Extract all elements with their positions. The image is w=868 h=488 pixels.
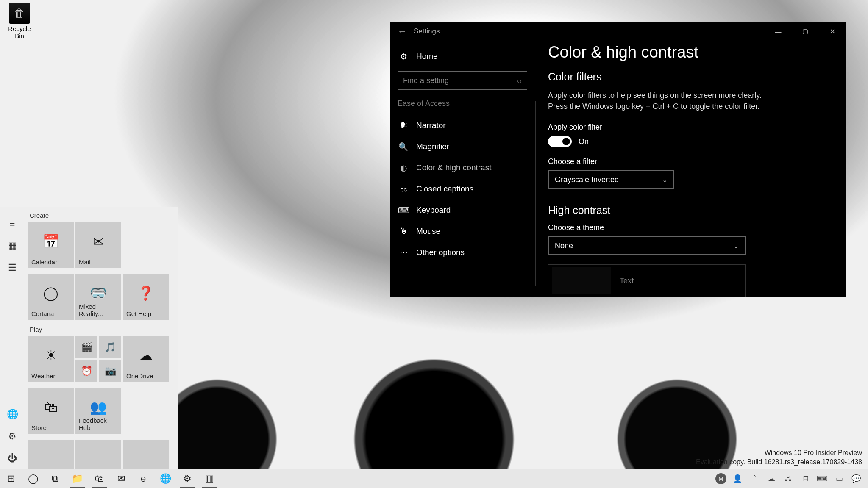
tile-label: Feedback Hub [79,417,118,431]
tile-label: Get Help [126,310,165,317]
minimize-button[interactable]: — [765,22,792,41]
preview-text: Text [620,277,634,286]
high-contrast-preview: Text [548,264,746,297]
tile-mail[interactable]: ✉ Mail [75,222,121,268]
camera-icon: 📷 [105,366,116,377]
start-settings-button[interactable]: ⚙ [0,425,25,447]
content-divider [535,101,536,286]
sidebar-item-keyboard[interactable]: ⌨ Keyboard [398,200,531,221]
start-expand-button[interactable]: ≡ [0,213,25,235]
overflow-tray[interactable]: ˄ [746,469,763,488]
tile-label: Cortana [31,310,70,317]
help-icon: ❓ [137,285,154,301]
taskbar: ⊞◯⧉📁🛍✉e🌐⚙▥ M 👤˄☁🖧🖥⌨▭💬 [0,469,868,488]
mouse-icon: 🖱 [398,227,409,236]
start-all-apps-button[interactable]: ☰ [0,257,25,279]
sidebar-item-mouse[interactable]: 🖱 Mouse [398,221,531,242]
file-explorer[interactable]: 📁 [66,469,88,488]
edge-taskbar[interactable]: e [132,469,154,488]
action-center[interactable]: 💬 [848,469,865,488]
cortana-button[interactable]: ◯ [22,469,44,488]
tile-placeholder-1[interactable] [28,440,74,469]
settings-window: ← Settings — ▢ ✕ ⚙ Home Find a setting ⌕… [390,22,846,297]
tile-label: Weather [31,372,70,380]
theme-selected: None [555,241,573,250]
settings-taskbar[interactable]: ⚙ [176,469,198,488]
tile-weather[interactable]: ☀ Weather [28,336,74,382]
captions-icon: ㏄ [398,183,409,194]
apply-color-filter-toggle[interactable] [548,136,572,147]
mixed-reality-icon: 🥽 [90,285,107,301]
store-taskbar[interactable]: 🛍 [88,469,110,488]
tile-movies[interactable]: 🎬 [75,336,97,358]
search-placeholder: Find a setting [403,76,449,85]
maximize-button[interactable]: ▢ [792,22,819,41]
input-tray[interactable]: ▭ [831,469,848,488]
settings-content: Color & high contrast Color filters Appl… [535,41,846,297]
tile-groove[interactable]: 🎵 [99,336,121,358]
globe-taskbar[interactable]: 🌐 [154,469,176,488]
weather-icon: ☀ [45,347,57,363]
start-tiles: Create 📅 Calendar ✉ Mail ◯ Cortana 🥽 Mix… [25,207,178,469]
sidebar-item-color-contrast[interactable]: ◐ Color & high contrast [398,157,531,178]
tile-label: Mail [79,258,118,266]
user-avatar[interactable]: M [715,473,726,484]
trash-icon: 🗑 [9,3,30,24]
tile-cortana[interactable]: ◯ Cortana [28,274,74,320]
tile-alarm[interactable]: ⏰ [75,360,97,382]
sidebar-item-label: Keyboard [416,205,451,215]
tile-camera[interactable]: 📷 [99,360,121,382]
search-input[interactable]: Find a setting ⌕ [398,71,527,90]
mail-taskbar[interactable]: ✉ [110,469,132,488]
sidebar-item-narrator[interactable]: 🗣 Narrator [398,115,531,136]
people-tray[interactable]: 👤 [729,469,746,488]
search-icon: ⌕ [517,76,522,85]
tile-mixed-reality[interactable]: 🥽 Mixed Reality... [75,274,121,320]
keyboard-tray[interactable]: ⌨ [814,469,831,488]
filter-selected: Grayscale Inverted [555,175,619,184]
cortana-icon: ◯ [43,285,58,301]
sidebar-item-label: Magnifier [416,142,449,151]
sidebar-home[interactable]: ⚙ Home [398,47,531,66]
tile-onedrive[interactable]: ☁ OneDrive [123,336,169,382]
choose-theme-label: Choose a theme [548,223,833,232]
recycle-bin-desktop-icon[interactable]: 🗑 Recycle Bin [3,3,36,39]
tile-store[interactable]: 🛍 Store [28,388,74,434]
start-pinned-button[interactable]: ▦ [0,235,25,257]
sidebar-item-label: Other options [416,248,465,257]
sidebar-item-label: Closed captions [416,184,473,194]
tile-label: Store [31,424,70,431]
gear-icon: ⚙ [398,52,409,61]
start-power-button[interactable]: ⏻ [0,447,25,469]
sidebar-item-closed-captions[interactable]: ㏄ Closed captions [398,178,531,200]
calendar-icon: 📅 [42,233,59,250]
close-button[interactable]: ✕ [819,22,846,41]
sidebar-item-label: Mouse [416,227,440,236]
start-button[interactable]: ⊞ [0,469,22,488]
notepad-taskbar[interactable]: ▥ [198,469,220,488]
chevron-down-icon: ⌄ [662,176,668,184]
tile-placeholder-3[interactable] [123,440,169,469]
network-tray[interactable]: 🖧 [780,469,797,488]
tile-calendar[interactable]: 📅 Calendar [28,222,74,268]
display-tray[interactable]: 🖥 [797,469,814,488]
tile-get-help[interactable]: ❓ Get Help [123,274,169,320]
theme-dropdown[interactable]: None ⌄ [548,236,746,255]
sidebar-item-other-options[interactable]: ⋯ Other options [398,242,531,263]
onedrive-tray[interactable]: ☁ [763,469,780,488]
tile-label: OneDrive [126,372,165,380]
filter-dropdown[interactable]: Grayscale Inverted ⌄ [548,170,674,189]
feedback-icon: 👥 [90,399,107,415]
back-button[interactable]: ← [398,26,410,37]
tile-placeholder-2[interactable] [75,440,121,469]
tile-feedback-hub[interactable]: 👥 Feedback Hub [75,388,121,434]
toggle-label: Apply color filter [548,123,833,132]
group-label-play[interactable]: Play [30,326,174,333]
task-view-button[interactable]: ⧉ [44,469,66,488]
store-icon: 🛍 [44,399,58,415]
start-network-button[interactable]: 🌐 [0,403,25,425]
narrator-icon: 🗣 [398,121,409,130]
sidebar-item-magnifier[interactable]: 🔍 Magnifier [398,136,531,157]
alarm-icon: ⏰ [81,366,92,377]
group-label-create[interactable]: Create [30,212,174,219]
